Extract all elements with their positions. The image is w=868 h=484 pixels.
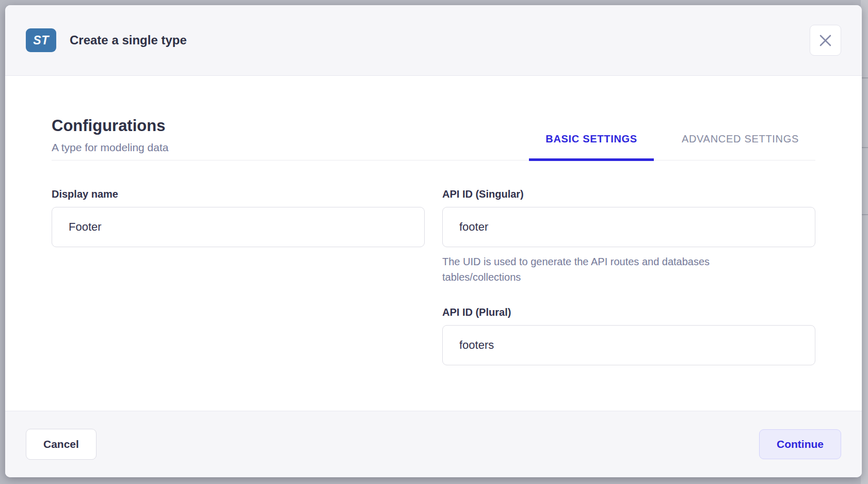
background-divider bbox=[861, 77, 868, 78]
display-name-field-group: Display name bbox=[52, 188, 425, 247]
single-type-icon: ST bbox=[26, 28, 56, 52]
close-icon bbox=[818, 34, 832, 47]
form-left-column: Display name bbox=[52, 188, 425, 365]
api-id-singular-input[interactable] bbox=[442, 207, 815, 247]
form-right-column: API ID (Singular) The UID is used to gen… bbox=[442, 188, 815, 365]
configurations-form: Display name API ID (Singular) The UID i… bbox=[52, 188, 815, 365]
modal-footer: Cancel Continue bbox=[5, 411, 862, 477]
config-title: Configurations bbox=[52, 117, 168, 135]
background-content-edge bbox=[861, 0, 868, 484]
modal-header: ST Create a single type bbox=[5, 5, 862, 76]
api-id-singular-hint: The UID is used to generate the API rout… bbox=[442, 254, 773, 285]
display-name-label: Display name bbox=[52, 188, 425, 200]
continue-button[interactable]: Continue bbox=[759, 429, 841, 459]
modal-body: Configurations A type for modeling data … bbox=[5, 76, 862, 411]
background-divider bbox=[861, 214, 868, 215]
close-button[interactable] bbox=[810, 25, 841, 56]
modal-title: Create a single type bbox=[70, 33, 187, 47]
api-id-plural-input[interactable] bbox=[442, 325, 815, 365]
background-divider bbox=[861, 147, 868, 148]
api-id-plural-field-group: API ID (Plural) bbox=[442, 306, 815, 365]
create-single-type-modal: ST Create a single type Configurations A… bbox=[5, 5, 862, 477]
display-name-input[interactable] bbox=[52, 207, 425, 247]
api-id-plural-label: API ID (Plural) bbox=[442, 306, 815, 318]
tab-advanced-settings[interactable]: ADVANCED SETTINGS bbox=[665, 133, 815, 160]
cancel-button[interactable]: Cancel bbox=[26, 429, 97, 460]
config-heading-block: Configurations A type for modeling data bbox=[52, 117, 168, 160]
config-header-row: Configurations A type for modeling data … bbox=[52, 117, 815, 160]
api-id-singular-label: API ID (Singular) bbox=[442, 188, 815, 200]
tab-basic-settings[interactable]: BASIC SETTINGS bbox=[529, 133, 654, 160]
settings-tabs: BASIC SETTINGS ADVANCED SETTINGS bbox=[529, 133, 815, 160]
config-subtitle: A type for modeling data bbox=[52, 141, 168, 154]
api-id-singular-field-group: API ID (Singular) The UID is used to gen… bbox=[442, 188, 815, 285]
